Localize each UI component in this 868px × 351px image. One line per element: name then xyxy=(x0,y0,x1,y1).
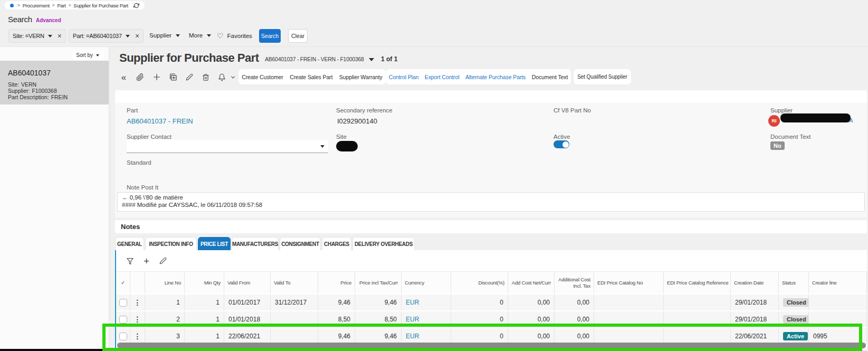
filter-chip-site[interactable]: Site: =VERN × xyxy=(8,29,66,43)
table-cell: 29/01/2018 xyxy=(731,295,779,310)
edit-icon[interactable] xyxy=(185,73,194,81)
site-label: Site xyxy=(336,134,347,140)
chevron-down-icon[interactable] xyxy=(230,74,236,80)
column-header[interactable]: Price incl Tax/Curr xyxy=(355,272,402,293)
result-card-selected[interactable]: AB60401037 Site:VERN Supplier:F1000368 P… xyxy=(0,61,109,105)
column-header[interactable]: Status xyxy=(779,272,809,293)
column-header[interactable]: Valid From xyxy=(224,272,271,293)
column-header[interactable]: Min Qty xyxy=(185,272,224,293)
remove-part-filter-icon[interactable]: × xyxy=(135,32,139,40)
set-qualified-supplier-button[interactable]: Set Qualified Supplier xyxy=(575,69,630,84)
row-checkbox[interactable] xyxy=(119,299,127,307)
tab-general[interactable]: GENERAL xyxy=(115,237,144,250)
heart-icon: ♡ xyxy=(217,32,224,40)
column-header[interactable]: EDI Price Catalog No xyxy=(594,272,664,293)
tab-charges[interactable]: CHARGES xyxy=(322,237,351,250)
tab-price-list[interactable]: PRICE LIST xyxy=(198,237,231,250)
command-button-group: Create Customer Create Sales Part Suppli… xyxy=(239,69,386,84)
column-header[interactable]: Add Cost Net/Curr xyxy=(508,272,555,293)
supplier-filter-dropdown[interactable]: Supplier xyxy=(149,32,180,39)
supplier-warranty-button[interactable]: Supplier Warranty xyxy=(337,69,385,84)
clear-button[interactable]: Clear xyxy=(288,29,308,43)
select-all-check-icon[interactable]: ✓ xyxy=(116,272,130,293)
chevron-down-icon[interactable] xyxy=(48,35,52,37)
column-header[interactable]: Additional Cost Incl. Tax xyxy=(555,272,594,293)
table-row[interactable]: ⋮3122/06/20219,469,46EUR00,000,0022/06/2… xyxy=(116,327,867,344)
secondary-reference-label: Secondary reference xyxy=(336,107,393,113)
table-cell: 8,50 xyxy=(355,311,402,327)
filter-icon[interactable] xyxy=(126,257,135,265)
table-cell: 3 xyxy=(145,328,185,344)
table-cell: 8,50 xyxy=(318,311,355,327)
horizontal-scrollbar[interactable] xyxy=(117,343,866,348)
row-checkbox[interactable] xyxy=(119,333,127,340)
edit-row-icon[interactable] xyxy=(158,257,167,264)
column-header[interactable]: EDI Price Catalog Reference xyxy=(664,272,731,293)
record-selector-value: AB60401037 - FREIN - VERN - F1000368 xyxy=(265,56,364,62)
document-text-badge[interactable]: No xyxy=(770,141,785,150)
row-checkbox[interactable] xyxy=(119,316,127,324)
grid-toolbar: + xyxy=(116,250,867,271)
row-menu-kebab-icon[interactable]: ⋮ xyxy=(134,315,141,324)
table-cell: EUR xyxy=(402,328,451,344)
search-button[interactable]: Search xyxy=(259,29,281,43)
filter-chip-part[interactable]: Part: =AB60401037 × xyxy=(69,29,144,43)
tab-consignment[interactable]: CONSIGNMENT xyxy=(280,237,321,250)
notifications-bell-icon[interactable] xyxy=(217,73,226,81)
supplier-avatar[interactable]: RI xyxy=(768,115,780,127)
notes-section-header[interactable]: Notes xyxy=(115,220,867,233)
column-header[interactable]: Price xyxy=(318,272,355,293)
attachment-icon[interactable] xyxy=(136,73,145,81)
add-icon[interactable] xyxy=(152,73,161,81)
more-filters-label: More xyxy=(189,32,203,39)
note-post-it-box[interactable]: ← 0,96 \'80 de matière #### Modifié par … xyxy=(117,192,865,212)
part-value-link[interactable]: AB60401037 - FREIN xyxy=(127,117,193,125)
remove-site-filter-icon[interactable]: × xyxy=(58,32,62,40)
record-selector[interactable]: AB60401037 - FREIN - VERN - F1000368 xyxy=(265,56,364,62)
sort-by-button[interactable]: Sort by xyxy=(71,51,104,60)
note-line: ← 0,96 \'80 de matière xyxy=(122,194,860,202)
add-row-icon[interactable]: + xyxy=(142,256,151,266)
column-header[interactable]: Valid To xyxy=(271,272,318,293)
collapse-left-icon[interactable]: « xyxy=(119,73,128,82)
currency-link[interactable]: EUR xyxy=(406,333,419,340)
supplier-contact-input[interactable] xyxy=(127,140,328,153)
column-header[interactable]: Currency xyxy=(402,272,451,293)
row-menu-kebab-icon[interactable]: ⋮ xyxy=(134,332,141,340)
control-plan-button[interactable]: Control Plan xyxy=(386,69,422,84)
secondary-reference-value: I0292900140 xyxy=(337,117,377,125)
tab-inspection-info[interactable]: INSPECTION INFO xyxy=(145,237,197,250)
currency-link[interactable]: EUR xyxy=(406,299,419,306)
table-row[interactable]: ⋮1101/01/201731/12/20179,469,46EUR00,000… xyxy=(116,293,867,310)
tab-manufacturers[interactable]: MANUFACTURERS xyxy=(232,237,279,250)
column-header[interactable]: Line No xyxy=(145,272,185,293)
more-filters-dropdown[interactable]: More xyxy=(189,32,211,39)
document-text-button[interactable]: Document Text xyxy=(529,69,571,84)
column-header[interactable]: Discount(%) xyxy=(451,272,508,293)
alternate-purchase-parts-button[interactable]: Alternate Purchase Parts xyxy=(463,69,528,84)
chevron-down-icon[interactable] xyxy=(126,35,130,37)
table-cell xyxy=(664,311,731,327)
tab-delivery-overheads[interactable]: DELIVERY OVERHEADS xyxy=(352,237,415,250)
filter-chip-site-label: Site: =VERN xyxy=(13,33,44,39)
table-row[interactable]: ⋮2101/01/20188,508,50EUR00,000,0029/01/2… xyxy=(116,310,867,327)
delete-icon[interactable] xyxy=(201,73,210,81)
create-customer-button[interactable]: Create Customer xyxy=(239,69,285,84)
currency-link[interactable]: EUR xyxy=(406,316,419,323)
filter-chip-part-label: Part: =AB60401037 xyxy=(73,33,122,39)
supplier-contact-label: Supplier Contact xyxy=(127,134,171,140)
table-cell: 0,00 xyxy=(555,311,594,327)
column-header[interactable]: Creator line xyxy=(809,272,867,293)
export-control-button[interactable]: Export Control xyxy=(422,69,462,84)
duplicate-icon[interactable] xyxy=(168,73,177,81)
active-toggle[interactable] xyxy=(554,140,569,148)
create-sales-part-button[interactable]: Create Sales Part xyxy=(287,69,335,84)
table-cell: 0995 xyxy=(809,328,867,344)
status-badge: Closed xyxy=(783,315,809,324)
table-cell: 0 xyxy=(451,295,508,310)
column-header[interactable]: Creation Date xyxy=(731,272,779,293)
favorites-button[interactable]: ♡ Favorites xyxy=(217,32,252,40)
table-cell: 1 xyxy=(185,328,224,344)
table-cell xyxy=(594,311,664,327)
row-menu-kebab-icon[interactable]: ⋮ xyxy=(134,298,141,307)
